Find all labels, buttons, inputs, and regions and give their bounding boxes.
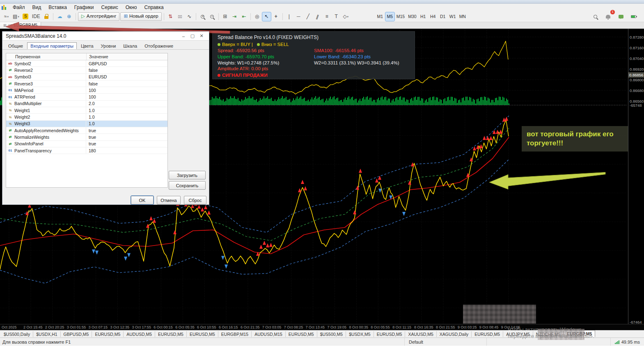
param-row-MAPeriod[interactable]: 01MAPeriod100 [6, 87, 167, 94]
symbol-tab-9[interactable]: EURUSD,M5 [286, 331, 317, 337]
horizontal-line-tool[interactable]: ─ [294, 12, 303, 21]
chart-type-dropdown[interactable]: ≈▾ [2, 12, 11, 21]
auto-scroll-button[interactable]: ⇤ [240, 12, 248, 21]
dialog-minimize-button[interactable]: – [179, 33, 188, 39]
dialog-tab-1[interactable]: Входные параметры [27, 42, 77, 49]
symbol-tab-7[interactable]: EURGBP,M15 [218, 331, 252, 337]
param-row-Symbol2[interactable]: abSymbol2GBPUSD [6, 60, 167, 67]
reset-button[interactable]: Сброс [184, 196, 206, 204]
symbol-tab-11[interactable]: $USDX,M5 [346, 331, 374, 337]
chevron-down-icon: ▾ [18, 15, 19, 18]
ok-button[interactable]: OK [131, 196, 154, 204]
symbol-tab-1[interactable]: $USDX,H1 [33, 331, 60, 337]
menu-item-4[interactable]: Сервис [98, 4, 121, 11]
vertical-line-tool[interactable]: | [285, 12, 293, 21]
symbol-tab-8[interactable]: AUDUSD,M15 [252, 331, 286, 337]
menu-item-6[interactable]: Справка [141, 4, 167, 11]
param-row-AutoApplyRecommendedWeights[interactable]: ⇄AutoApplyRecommendedWeightstrue [6, 127, 167, 134]
symbol-tab-6[interactable]: EURUSD,M5 [187, 331, 218, 337]
cursor-tool-button[interactable]: ↖ [262, 12, 271, 21]
param-row-Weight3[interactable]: ½Weight31.0 [6, 121, 167, 127]
window-titlebar[interactable] [0, 0, 644, 4]
crosshair-tool-button[interactable]: + [272, 12, 280, 21]
dialog-tab-0[interactable]: Общие [5, 42, 26, 49]
symbol-tab-15[interactable]: EURUSD,M5 [472, 331, 503, 337]
shapes-dropdown[interactable]: ◇▾ [341, 12, 350, 21]
menu-item-3[interactable]: Графики [71, 4, 97, 11]
load-button[interactable]: Загрузить [169, 171, 206, 179]
web-terminal-button[interactable]: ⊕ [65, 12, 73, 21]
symbol-tab-0[interactable]: $US500,Daily [1, 331, 33, 337]
timeframe-m1[interactable]: M1 [376, 12, 385, 21]
param-row-Weight2[interactable]: ½Weight21.0 [6, 114, 167, 120]
chart-window-tab[interactable]: ⊞ ▯▯ EURGBP,M5 [0, 22, 41, 28]
menu-item-0[interactable]: Файл [9, 4, 28, 11]
market-watch-button[interactable]: S [21, 12, 30, 21]
zoom-out-button[interactable]: − [208, 12, 216, 21]
symbol-tab-2[interactable]: GBPUSD,M5 [61, 331, 92, 337]
tile-windows-button[interactable]: ⊞ [221, 12, 229, 21]
timeframe-w1[interactable]: W1 [448, 12, 457, 21]
ide-button[interactable]: IDE [31, 12, 41, 21]
type-icon-bool: ⇄ [6, 68, 14, 72]
down-signal-dot-icon [257, 43, 260, 46]
param-row-ATRPeriod[interactable]: 01ATRPeriod100 [6, 94, 167, 100]
timeframe-mn[interactable]: MN [458, 12, 467, 21]
toolbar: ≈▾ ▤▾ S IDE ☁ ⊕ ▷Алготрейдинг ⊞Новый орд… [0, 11, 644, 22]
dialog-tab-4[interactable]: Шкала [120, 42, 140, 49]
menu-item-1[interactable]: Вид [29, 4, 45, 11]
symbol-tab-10[interactable]: $US500,M5 [317, 331, 346, 337]
param-row-PanelTransparency[interactable]: 01PanelTransparency180 [6, 147, 167, 154]
param-row-Reverse3[interactable]: ⇄Reverse3false [6, 80, 167, 87]
line-chart-button[interactable]: ∿ [185, 12, 194, 21]
cloud-button[interactable]: ☁ [55, 12, 64, 21]
trendline-tool[interactable]: ╱ [304, 12, 312, 21]
param-row-BandMultiplier[interactable]: ½BandMultiplier2.0 [6, 101, 167, 107]
timeframe-h4[interactable]: H4 [429, 12, 438, 21]
chat-button[interactable] [616, 12, 625, 21]
notifications-button[interactable]: 1 [604, 12, 612, 21]
fibonacci-tool[interactable]: ≡ [323, 12, 331, 21]
dialog-tab-5[interactable]: Отображение [141, 42, 176, 49]
menu-item-5[interactable]: Окно [122, 4, 140, 11]
timeframe-m30[interactable]: M30 [407, 12, 417, 21]
bars-chart-button[interactable]: ⇅ [166, 12, 175, 21]
menu-item-2[interactable]: Вставка [45, 4, 70, 11]
symbol-tab-3[interactable]: EURUSD,M5 [92, 331, 124, 337]
dialog-titlebar[interactable]: SpreadsSMA3Balance 14.0 – ▢ ✕ [2, 32, 209, 41]
timeframe-h1[interactable]: H1 [419, 12, 428, 21]
symbol-tab-13[interactable]: XAUUSD,M5 [405, 331, 436, 337]
dialog-maximize-button[interactable]: ▢ [188, 33, 197, 39]
candles-chart-button[interactable]: ▯▯ [176, 12, 184, 21]
param-row-Reverse2[interactable]: ⇄Reverse2false [6, 67, 167, 73]
symbol-tab-14[interactable]: XAGUSD,Daily [437, 331, 472, 337]
profiles-dropdown[interactable]: ▤▾ [11, 12, 21, 21]
save-button[interactable]: Сохранить [169, 181, 206, 190]
param-row-NormalizeWeights[interactable]: ⇄NormalizeWeightstrue [6, 134, 167, 140]
new-order-button[interactable]: ⊞Новый ордер [120, 12, 161, 21]
timeframe-m15[interactable]: M15 [395, 12, 406, 21]
cancel-button[interactable]: Отмена [157, 196, 181, 204]
channel-tool[interactable]: ∥ [312, 11, 323, 22]
price-scale[interactable]: 0.872800.871600.870400.869200.868000.866… [628, 29, 644, 324]
dialog-tab-2[interactable]: Цвета [78, 42, 97, 49]
dialog-tab-3[interactable]: Уровни [98, 42, 119, 49]
symbol-tab-5[interactable]: EURUSD,M5 [155, 331, 187, 337]
search-button[interactable] [591, 12, 600, 21]
text-tool[interactable]: T [332, 12, 341, 21]
table-header: Переменная Значение [6, 53, 167, 60]
profile-selector[interactable]: Default [404, 338, 486, 346]
symbol-tab-4[interactable]: AUDUSD,M5 [124, 331, 155, 337]
snapshot-button[interactable]: ◎ [253, 12, 261, 21]
zoom-in-button[interactable]: + [198, 12, 207, 21]
lock-button[interactable] [42, 12, 51, 21]
symbol-tab-12[interactable]: EURUSD,M5 [374, 331, 406, 337]
param-row-Symbol3[interactable]: abSymbol3EURUSD [6, 74, 167, 80]
algo-trading-button[interactable]: ▷Алготрейдинг [78, 12, 120, 21]
timeframe-m5[interactable]: M5 [385, 12, 394, 21]
param-row-ShowInfoPanel[interactable]: ⇄ShowInfoPaneltrue [6, 141, 167, 147]
param-row-Weight1[interactable]: ½Weight11.0 [6, 107, 167, 114]
timeframe-d1[interactable]: D1 [438, 12, 447, 21]
shift-end-button[interactable]: ⇥ [230, 12, 239, 21]
dialog-close-button[interactable]: ✕ [197, 33, 206, 39]
